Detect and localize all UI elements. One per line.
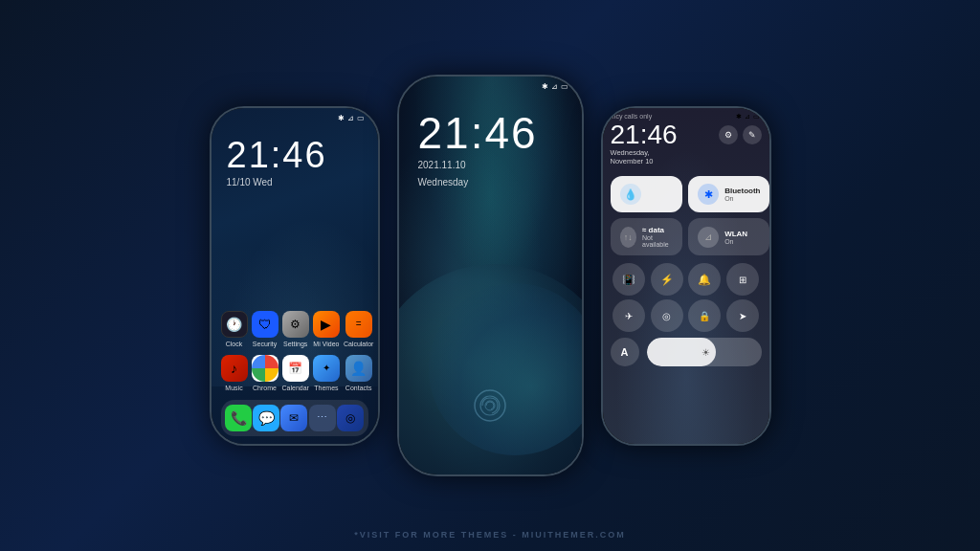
app-settings[interactable]: ⚙ Settings xyxy=(282,311,309,347)
right-date-area: Wednesday, November 10 xyxy=(611,148,678,167)
app-calculator[interactable]: = Calculator xyxy=(344,311,374,347)
cc-buttons-row1: 📳 ⚡ 🔔 ⊞ xyxy=(603,263,769,296)
center-clock-area: 21:46 2021.11.10 Wednesday xyxy=(418,111,538,189)
accessibility-button[interactable]: A xyxy=(611,338,639,366)
app-grid: 🕐 Clock 🛡 Security ⚙ Sett xyxy=(221,311,368,391)
cc-tile-water[interactable]: 💧 xyxy=(611,176,683,212)
svg-point-1 xyxy=(480,396,500,415)
wlan-title: WLAN xyxy=(724,230,747,238)
right-status-bar: ncy calls only ✱ ⊿ ▭ xyxy=(603,108,769,121)
contacts-app-icon: 👤 xyxy=(350,361,367,376)
left-clock-area: 21:46 11/10 Wed xyxy=(227,137,327,187)
app-calendar[interactable]: 📅 Calendar xyxy=(282,355,309,391)
wifi-icon: ⊿ xyxy=(347,114,354,122)
app-music[interactable]: ♪ Music xyxy=(221,355,248,391)
dock-folder[interactable]: ⋯ xyxy=(309,405,336,431)
right-wifi-icon: ⊿ xyxy=(745,113,750,121)
fingerprint-area[interactable] xyxy=(473,388,507,427)
lock-button[interactable]: 🔒 xyxy=(688,299,721,332)
flashlight-button[interactable]: ⚡ xyxy=(651,263,683,296)
phone-right-screen: ncy calls only ✱ ⊿ ▭ 21:46 Wednesday, xyxy=(603,108,769,444)
phone-left-screen: ✱ ⊿ ▭ 21:46 11/10 Wed 🕐 C xyxy=(212,108,378,444)
app-clock[interactable]: 🕐 Clock xyxy=(221,311,248,347)
right-time: 21:46 xyxy=(611,121,678,148)
app-mivideo[interactable]: ▶ Mi Video xyxy=(313,311,340,347)
phone-left: ✱ ⊿ ▭ 21:46 11/10 Wed 🕐 C xyxy=(210,106,380,446)
data-tile-icon: ↑↓ xyxy=(620,227,636,248)
clock-app-icon: 🕐 xyxy=(226,317,242,332)
svg-point-0 xyxy=(475,390,505,421)
data-sub: Not available xyxy=(642,234,673,248)
cc-tile-bluetooth[interactable]: ✱ Bluetooth On xyxy=(688,176,768,212)
app-chrome-label: Chrome xyxy=(253,385,277,391)
battery-icon: ▭ xyxy=(357,114,365,122)
messages-dock-icon: 💬 xyxy=(258,410,275,426)
dock-messages[interactable]: 💬 xyxy=(253,405,279,431)
folder-dock-icon: ⋯ xyxy=(317,411,327,424)
app-themes-label: Themes xyxy=(314,385,338,391)
app-contacts-label: Contacts xyxy=(345,385,372,391)
left-date: 11/10 Wed xyxy=(227,177,327,187)
chrome-app-icon xyxy=(252,355,278,382)
app-settings-label: Settings xyxy=(283,341,307,347)
airplane-button[interactable]: ✈ xyxy=(612,299,645,332)
right-top-buttons: ⚙ ✎ xyxy=(719,121,762,144)
dock-phone[interactable]: 📞 xyxy=(225,405,252,431)
bluetooth-tile-icon: ✱ xyxy=(698,184,719,205)
bluetooth-tile-text: Bluetooth On xyxy=(724,187,760,202)
phone-center: ✱ ⊿ ▭ 21:46 2021.11.10 Wednesday xyxy=(397,75,584,476)
dock-settings2[interactable]: ◎ xyxy=(337,405,364,431)
location-button[interactable]: ➤ xyxy=(726,299,759,332)
data-title: ≈ data xyxy=(642,226,673,234)
app-calculator-label: Calculator xyxy=(344,341,374,347)
left-status-bar: ✱ ⊿ ▭ xyxy=(212,108,378,124)
brightness-bar[interactable]: ☀ xyxy=(647,338,762,366)
screen-button[interactable]: ⊞ xyxy=(726,263,759,296)
wlan-tile-text: WLAN On xyxy=(724,230,747,245)
data-tile-text: ≈ data Not available xyxy=(642,226,673,248)
right-date1: Wednesday, xyxy=(611,148,678,158)
mivideo-app-icon: ▶ xyxy=(321,317,331,332)
calendar-app-icon: 📅 xyxy=(288,362,302,375)
background: ✱ ⊿ ▭ 21:46 11/10 Wed 🕐 C xyxy=(210,75,771,476)
wlan-sub: On xyxy=(724,238,747,245)
right-bluetooth-icon: ✱ xyxy=(736,113,742,121)
cc-bottom-row: A ☀ xyxy=(603,332,769,366)
app-contacts[interactable]: 👤 Contacts xyxy=(344,355,374,391)
bluetooth-sub: On xyxy=(724,195,760,202)
watermark: *VISIT FOR MORE THEMES - MIUITHEMER.COM xyxy=(354,530,626,540)
scan-button[interactable]: ◎ xyxy=(651,299,683,332)
left-time: 21:46 xyxy=(227,137,327,173)
app-security[interactable]: 🛡 Security xyxy=(252,311,278,347)
center-time: 21:46 xyxy=(418,111,538,155)
app-themes[interactable]: ✦ Themes xyxy=(313,355,340,391)
right-battery-icon: ▭ xyxy=(753,113,760,121)
app-mivideo-label: Mi Video xyxy=(313,341,339,347)
edit-top-button[interactable]: ✎ xyxy=(743,125,762,144)
center-wifi-icon: ⊿ xyxy=(551,82,558,91)
cc-tile-data[interactable]: ↑↓ ≈ data Not available xyxy=(611,218,683,255)
security-app-icon: 🛡 xyxy=(258,317,272,332)
settings-top-button[interactable]: ⚙ xyxy=(719,125,738,144)
dock-mail[interactable]: ✉ xyxy=(280,405,307,431)
center-battery-icon: ▭ xyxy=(561,82,568,91)
vibrate-button[interactable]: 📳 xyxy=(612,263,645,296)
cc-tile-wlan[interactable]: ⊿ WLAN On xyxy=(688,218,768,255)
water-tile-icon: 💧 xyxy=(620,184,641,205)
wlan-tile-icon: ⊿ xyxy=(698,227,719,248)
right-notification: ncy calls only xyxy=(612,113,653,120)
center-bluetooth-icon: ✱ xyxy=(542,82,548,91)
center-status-icons: ✱ ⊿ ▭ xyxy=(542,82,568,91)
brightness-icon: ☀ xyxy=(702,347,710,358)
phone-right: ncy calls only ✱ ⊿ ▭ 21:46 Wednesday, xyxy=(601,106,771,446)
app-calendar-label: Calendar xyxy=(282,385,309,391)
a-icon: A xyxy=(621,346,629,358)
bluetooth-icon: ✱ xyxy=(338,114,345,122)
cc-tiles-grid: 💧 ✱ Bluetooth On xyxy=(603,172,769,259)
phone-center-screen: ✱ ⊿ ▭ 21:46 2021.11.10 Wednesday xyxy=(399,77,582,474)
right-clock-area: 21:46 Wednesday, November 10 xyxy=(611,121,678,167)
bell-button[interactable]: 🔔 xyxy=(688,263,721,296)
cc-buttons-row2: ✈ ◎ 🔒 ➤ xyxy=(603,299,769,332)
app-chrome[interactable]: Chrome xyxy=(252,355,278,391)
mail-dock-icon: ✉ xyxy=(289,411,299,425)
